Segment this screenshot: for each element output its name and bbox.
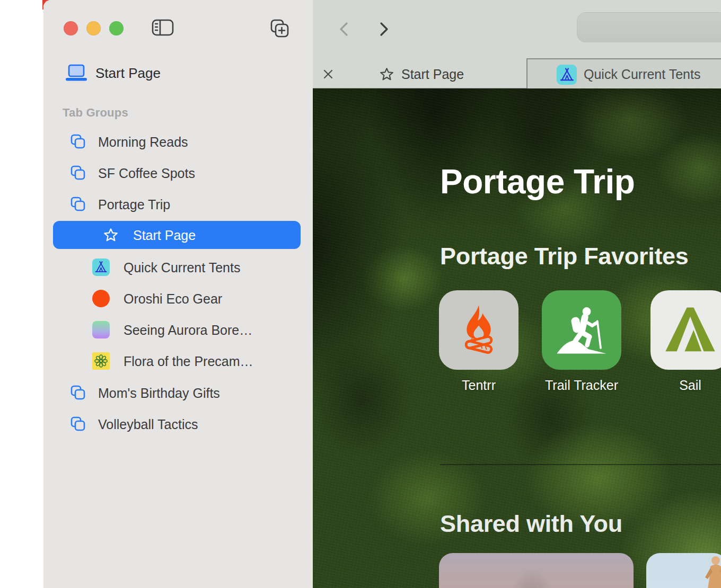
- sidebar-item-volleyball-tactics[interactable]: Volleyball Tactics: [43, 408, 313, 440]
- favorite-trail-tracker[interactable]: Trail Tracker: [542, 290, 621, 393]
- orange-circle-icon: [92, 290, 110, 307]
- close-icon: [322, 68, 335, 81]
- sidebar-toggle-button[interactable]: [152, 19, 174, 37]
- sidebar: Start Page Tab Groups Morning Reads SF C…: [43, 0, 313, 588]
- sidebar-item-sf-coffee-spots[interactable]: SF Coffee Spots: [43, 157, 313, 189]
- section-divider: [440, 464, 721, 465]
- start-page: Portage Trip Portage Trip Favorites: [313, 88, 721, 588]
- close-tab-button[interactable]: [322, 68, 335, 81]
- mountain-icon: [650, 290, 721, 370]
- favorite-tentrr[interactable]: Tentrr: [439, 290, 518, 393]
- group-label: Morning Reads: [98, 134, 188, 149]
- start-page-label: Start Page: [95, 65, 161, 82]
- tab-groups-header: Tab Groups: [63, 106, 128, 120]
- star-icon: [380, 67, 394, 82]
- favorites-heading: Portage Trip Favorites: [440, 243, 689, 270]
- sidebar-item-oroshi-eco-gear[interactable]: Oroshi Eco Gear: [43, 283, 313, 314]
- tab-group-icon: [70, 416, 86, 432]
- browser-content: Start Page Quick Current Tents Portage T…: [313, 0, 721, 588]
- favorite-label: Trail Tracker: [542, 378, 621, 393]
- plus-squares-icon: [269, 17, 290, 39]
- fullscreen-window-button[interactable]: [109, 21, 124, 35]
- close-window-button[interactable]: [64, 21, 78, 35]
- chevron-right-icon: [375, 21, 391, 37]
- group-label: Portage Trip: [98, 197, 170, 212]
- tab-quick-current-tents[interactable]: Quick Current Tents: [526, 58, 721, 88]
- sidebar-icon: [152, 19, 174, 37]
- tab-label: Start Page: [133, 227, 196, 243]
- sidebar-item-quick-current-tents[interactable]: Quick Current Tents: [43, 252, 313, 283]
- campfire-icon: [439, 290, 518, 370]
- shared-link-thumbnail-hiker[interactable]: [646, 553, 721, 588]
- aurora-gradient-icon: [92, 321, 110, 338]
- star-icon: [103, 228, 118, 243]
- favorite-sail[interactable]: Sail: [650, 290, 721, 393]
- tab-group-icon: [70, 385, 86, 401]
- sidebar-item-morning-reads[interactable]: Morning Reads: [43, 126, 313, 157]
- tab-group-icon: [70, 165, 86, 181]
- tab-label: Quick Current Tents: [124, 260, 240, 275]
- group-label: Mom's Birthday Gifts: [98, 385, 220, 400]
- safari-window: Start Page Tab Groups Morning Reads SF C…: [43, 0, 721, 588]
- shared-with-you-heading: Shared with You: [440, 510, 622, 538]
- backpacker-figure: [689, 555, 721, 588]
- hiker-icon: [542, 290, 621, 370]
- favorite-label: Sail: [650, 378, 721, 393]
- favorite-label: Tentrr: [439, 378, 518, 393]
- sidebar-item-flora-precam[interactable]: Flora of the Precam…: [43, 345, 313, 377]
- toolbar: Start Page Quick Current Tents: [313, 0, 721, 88]
- tab-group-icon: [70, 196, 86, 212]
- shared-link-thumbnail-campfire[interactable]: [439, 553, 634, 588]
- tab-start-page[interactable]: Start Page: [401, 67, 464, 82]
- sidebar-item-start-page-selected[interactable]: Start Page: [53, 221, 301, 249]
- chevron-left-icon: [337, 21, 353, 37]
- flower-app-icon: [92, 352, 110, 370]
- minimize-window-button[interactable]: [86, 21, 101, 35]
- forward-button[interactable]: [375, 21, 391, 37]
- new-tab-group-button[interactable]: [269, 17, 290, 39]
- back-button[interactable]: [337, 21, 353, 37]
- laptop-icon: [65, 64, 88, 82]
- tab-group-icon: [70, 133, 86, 150]
- sidebar-item-seeing-aurora[interactable]: Seeing Aurora Bore…: [43, 314, 313, 345]
- group-label: Volleyball Tactics: [98, 416, 198, 432]
- sidebar-item-start-page-top[interactable]: Start Page: [65, 63, 161, 84]
- tab-label: Flora of the Precam…: [124, 353, 253, 369]
- tab-label: Oroshi Eco Gear: [124, 291, 222, 306]
- tab-label: Seeing Aurora Bore…: [124, 322, 252, 337]
- group-label: SF Coffee Spots: [98, 165, 195, 181]
- page-title: Portage Trip: [440, 162, 635, 201]
- tent-app-icon: [92, 259, 110, 276]
- sidebar-item-portage-trip[interactable]: Portage Trip: [43, 189, 313, 220]
- tab-label: Quick Current Tents: [584, 66, 700, 82]
- sidebar-item-moms-birthday-gifts[interactable]: Mom's Birthday Gifts: [43, 377, 313, 408]
- tent-app-icon: [557, 65, 577, 85]
- address-bar[interactable]: [577, 12, 721, 42]
